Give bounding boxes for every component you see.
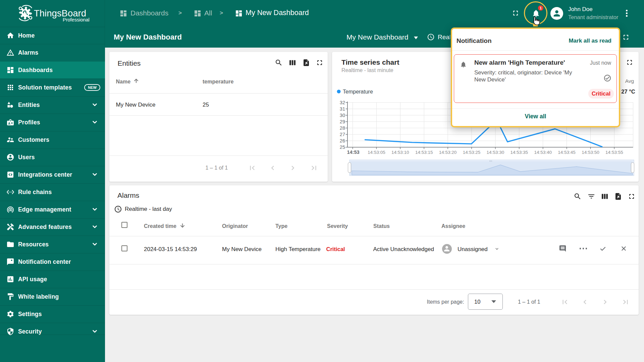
svg-text:Avg: Avg [625,78,634,84]
svg-text:14:53:10: 14:53:10 [391,150,409,155]
svg-text:14:53:15: 14:53:15 [415,150,433,155]
svg-text:30: 30 [340,113,345,118]
svg-text:32: 32 [340,100,345,105]
svg-text:25: 25 [340,144,345,150]
svg-text:29: 29 [340,119,345,124]
svg-text:14:53:30: 14:53:30 [487,150,504,155]
svg-text:14:53:45: 14:53:45 [558,150,576,155]
svg-text:14:53: 14:53 [347,149,359,155]
svg-text:14:53:55: 14:53:55 [605,150,623,155]
svg-text:26: 26 [340,138,345,143]
svg-text:14:53:40: 14:53:40 [534,150,552,155]
svg-text:14:53:20: 14:53:20 [439,150,457,155]
svg-text:27 °C: 27 °C [621,88,635,95]
svg-text:14:53:50: 14:53:50 [582,150,599,155]
svg-text:14:53:05: 14:53:05 [368,150,385,155]
svg-text:Temperature: Temperature [343,89,373,95]
svg-text:14:53:25: 14:53:25 [463,150,481,155]
svg-text:27: 27 [340,132,345,137]
svg-text:14:53:35: 14:53:35 [511,150,528,155]
svg-text:31: 31 [340,106,345,112]
svg-text:28: 28 [340,125,345,131]
